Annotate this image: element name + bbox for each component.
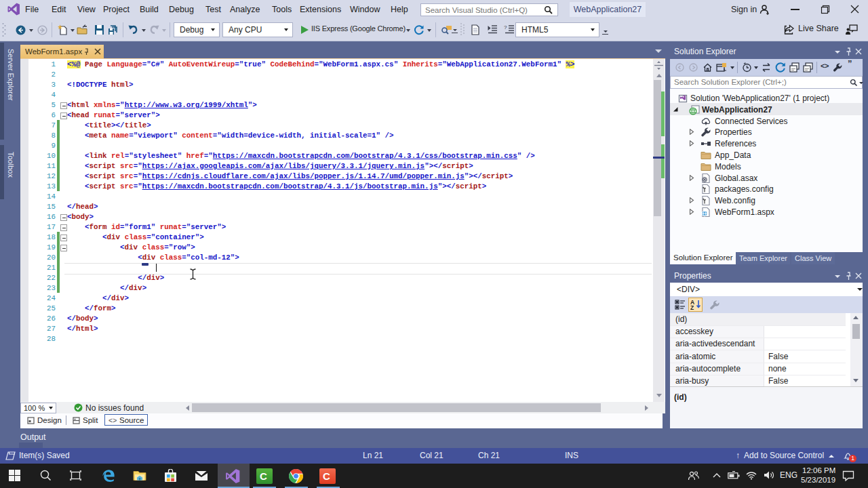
svg-text:Z: Z — [690, 304, 694, 310]
svg-text:?: ? — [504, 25, 507, 30]
